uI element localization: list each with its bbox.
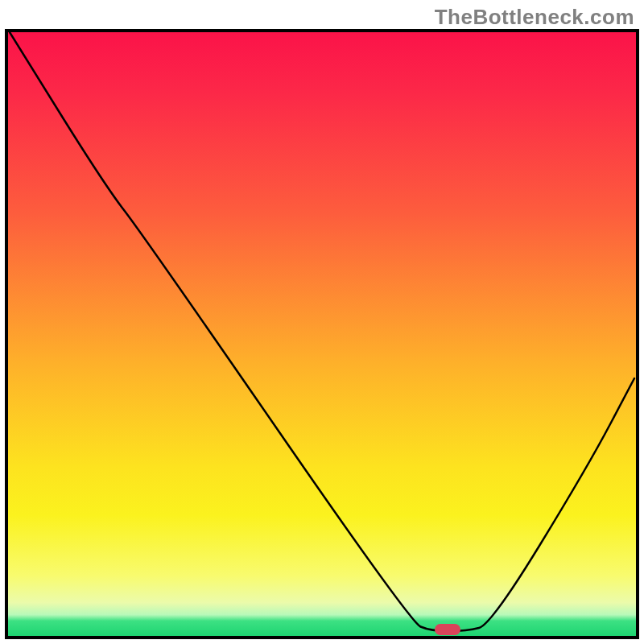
watermark-text: TheBottleneck.com bbox=[435, 5, 634, 30]
bottleneck-curve bbox=[8, 32, 636, 636]
chart-container: TheBottleneck.com bbox=[0, 0, 644, 644]
plot-area bbox=[5, 29, 639, 639]
optimum-marker bbox=[435, 624, 460, 635]
curve-path bbox=[10, 32, 634, 631]
